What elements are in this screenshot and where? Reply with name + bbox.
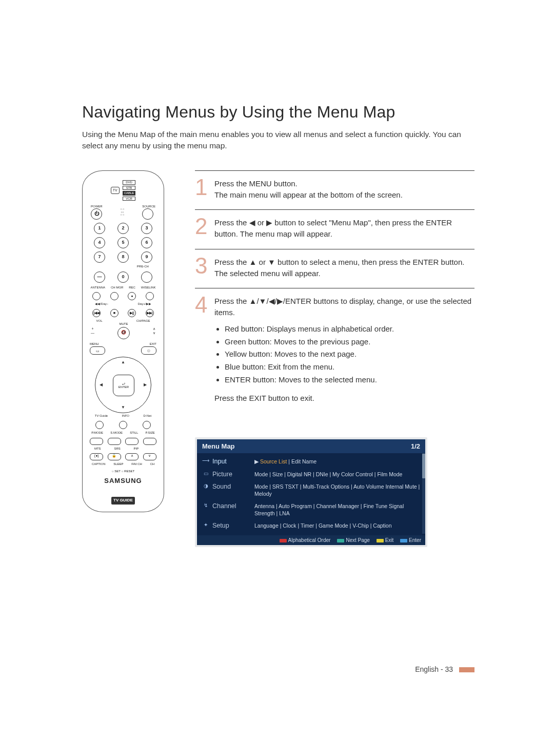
mm-page-indicator: 1/2: [411, 442, 420, 450]
remote-source-label: SOURCE: [142, 205, 155, 208]
step-1: 1 Press the MENU button. The main menu w…: [195, 170, 474, 210]
step-4: 4 Press the ▲/▼/◀/▶/ENTER buttons to dis…: [195, 288, 474, 413]
mm-row-input: ⟶ Input ▶ Source List | Edit Name: [197, 455, 425, 468]
wiselink-button: [146, 292, 154, 300]
pip-button: ∧: [125, 453, 138, 460]
mm-sub-channel: Antenna | Auto Program | Channel Manager…: [254, 502, 420, 517]
red-color-button: [90, 438, 103, 445]
num-5: 5: [117, 237, 129, 248]
step-num-4: 4: [195, 295, 212, 403]
mm-row-setup: ✦ Setup Language | Clock | Timer | Game …: [197, 519, 425, 532]
play-pause-button: ▶||: [128, 309, 136, 317]
remote-chpage-label: CH/PAGE: [136, 319, 150, 323]
mm-title: Menu Map: [202, 442, 235, 450]
mm-footer-next: Next Page: [346, 537, 370, 543]
channel-icon: ↯: [202, 502, 209, 517]
step-num-3: 3: [195, 256, 212, 279]
remote-pmode-label: P.MODE: [91, 431, 103, 435]
nav-dpad: ▲ ▼ ◀ ▶ ⮐ ENTER: [95, 357, 151, 413]
step-4-intro: Press the ▲/▼/◀/▶/ENTER buttons to displ…: [214, 297, 471, 317]
ch-rocker: ∧∨: [153, 326, 155, 336]
bullet-blue: Blue button: Exit from the menu.: [225, 361, 474, 373]
remote-info-label: INFO: [122, 414, 129, 418]
remote-set-label: SET: [114, 470, 121, 473]
mm-label-picture: Picture: [212, 471, 254, 478]
remote-reset-label: RESET: [124, 470, 134, 473]
mm-row-sound: ◑ Sound Mode | SRS TSXT | Multi-Track Op…: [197, 480, 425, 500]
remote-dayminus-label: ◀◀/Day−: [95, 302, 108, 306]
mm-input-selected: Source List: [260, 458, 287, 464]
num-2: 2: [117, 223, 129, 234]
intro-text: Using the Menu Map of the main menu enab…: [82, 129, 474, 152]
footer-accent-icon: [459, 667, 474, 672]
mm-footer-alpha: Alphabetical Order: [288, 537, 331, 543]
num-6: 6: [141, 237, 152, 248]
mm-label-setup: Setup: [212, 522, 254, 529]
step-4-bullets: Red button: Displays menus in alphabetic…: [214, 323, 474, 385]
swatch-green-icon: [337, 539, 344, 542]
remote-still-label: STILL: [130, 431, 138, 435]
forward-button: ▶▶|: [146, 309, 154, 317]
setup-icon: ✦: [202, 522, 209, 529]
swatch-red-icon: [280, 539, 287, 542]
remote-src-vcr: VCR: [123, 197, 136, 201]
step-num-1: 1: [195, 177, 212, 201]
page-title: Navigating Menus by Using the Menu Map: [82, 103, 474, 122]
step-1-line-a: Press the MENU button.: [214, 179, 298, 188]
enter-button: ⮐ ENTER: [113, 375, 134, 396]
vol-rocker: +—: [91, 326, 94, 336]
exit-button: ⦾: [141, 346, 156, 355]
swatch-yellow-icon: [377, 539, 384, 542]
mm-row-picture: ▭ Picture Mode | Size | Digital NR | DNI…: [197, 468, 425, 480]
mm-input-rest: | Edit Name: [287, 458, 316, 464]
mm-label-sound: Sound: [212, 483, 254, 497]
mute-button: 🔇: [117, 327, 130, 339]
menu-map-osd: Menu Map 1/2 ⟶ Input ▶ Source List | Edi…: [195, 437, 427, 547]
rec-button: ●: [128, 292, 136, 300]
num-9: 9: [141, 251, 152, 263]
remote-smode-label: S.MODE: [110, 431, 123, 435]
remote-antenna-label: ANTENNA: [90, 286, 105, 289]
remote-tvguide-logo: TV GUIDE: [111, 497, 135, 505]
num-3: 3: [141, 223, 152, 234]
page-footer: English - 33: [82, 665, 474, 673]
mm-sub-picture: Mode | Size | Digital NR | DNIe | My Col…: [254, 471, 420, 478]
source-button: [142, 208, 153, 220]
num-0: 0: [117, 272, 129, 283]
remote-power-label: POWER: [91, 205, 103, 208]
swatch-blue-icon: [400, 539, 407, 542]
menu-button: ▭: [90, 346, 105, 355]
tvguide-button: [95, 421, 104, 429]
remote-ch-label: CH: [150, 462, 154, 466]
stop-button: ■: [110, 309, 118, 317]
remote-src-cable: CABLE: [123, 191, 136, 196]
remote-src-stb: STB: [123, 186, 136, 190]
mm-footer-exit: Exit: [385, 537, 394, 543]
bullet-yellow: Yellow button: Moves to the next page.: [225, 348, 474, 360]
step-3: 3 Press the ▲ or ▼ button to select a me…: [195, 249, 474, 288]
prech-button: [141, 272, 152, 283]
remote-dnet-label: D-Net: [144, 414, 152, 418]
remote-caption-label: CAPTION: [92, 462, 106, 466]
step-3-body: Press the ▲ or ▼ button to select a menu…: [214, 257, 474, 279]
remote-favch-label: FAV.CH: [131, 462, 142, 466]
num-8: 8: [117, 251, 129, 263]
remote-rec-label: REC: [129, 286, 135, 289]
mm-label-channel: Channel: [212, 502, 254, 517]
step-1-line-b: The main menu will appear at the bottom …: [214, 190, 403, 199]
remote-pip-label: PIP: [134, 447, 139, 451]
remote-srs-label: SRS: [114, 447, 120, 451]
step-4-after: Press the EXIT button to exit.: [214, 393, 474, 404]
input-icon: ⟶: [202, 458, 209, 465]
remote-tvguide-label: TV Guide: [95, 414, 108, 418]
green-color-button: [108, 438, 121, 445]
srs-button: 🔒: [108, 453, 121, 460]
picture-icon: ▭: [202, 471, 209, 478]
sound-icon: ◑: [202, 483, 209, 497]
remote-dayplus-label: Day+/▶▶: [138, 302, 151, 306]
remote-mts-label: MTS: [94, 447, 101, 451]
info-button: [119, 421, 127, 429]
dnet-button: [143, 421, 151, 429]
bullet-red: Red button: Displays menus in alphabetic…: [225, 323, 474, 335]
power-icon: ⏻: [91, 208, 102, 220]
